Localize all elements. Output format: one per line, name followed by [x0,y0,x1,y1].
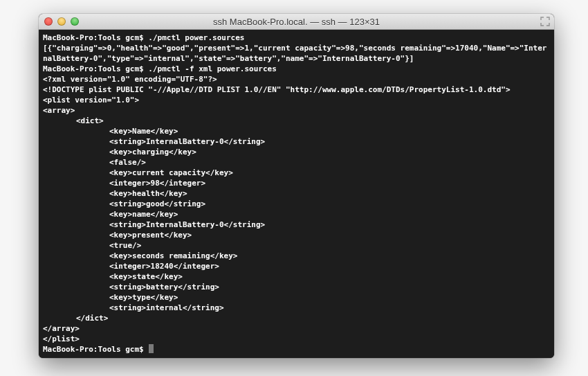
xml-plist-close: </plist> [43,334,550,344]
xml-line: <key>Name</key> [43,126,550,136]
xml-line: <key>current capacity</key> [43,168,550,178]
xml-line: <integer>98</integer> [43,178,550,188]
terminal-window: ssh MacBook-Pro.local. — ssh — 123×31 Ma… [39,14,554,358]
xml-line: <key>seconds remaining</key> [43,251,550,261]
zoom-icon[interactable] [71,17,79,26]
xml-dict-open: <dict> [43,116,550,126]
close-icon[interactable] [44,17,53,26]
xml-line: <integer>18240</integer> [43,261,550,271]
xml-decl: <?xml version="1.0" encoding="UTF-8"?> [43,74,550,84]
xml-dict-close: </dict> [43,313,550,323]
xml-line: <true/> [43,240,550,251]
xml-line: <string>good</string> [43,199,550,209]
prompt-line-1: MacBook-Pro:Tools gcm$ ./pmctl power.sou… [43,33,550,43]
xml-line: <false/> [43,157,550,168]
output-hash: [{"charging"=>0,"health"=>"good","presen… [43,43,550,64]
xml-array-open: <array> [43,105,550,116]
titlebar[interactable]: ssh MacBook-Pro.local. — ssh — 123×31 [39,14,554,30]
xml-body: <key>Name</key><string>InternalBattery-0… [43,126,550,313]
xml-line: <string>battery</string> [43,282,550,292]
command-2: ./pmctl -f xml power.sources [148,64,276,74]
xml-line: <key>present</key> [43,230,550,240]
xml-line: <string>internal</string> [43,303,550,313]
prompt: MacBook-Pro:Tools gcm$ [43,64,148,74]
terminal-body[interactable]: MacBook-Pro:Tools gcm$ ./pmctl power.sou… [39,30,554,358]
xml-array-close: </array> [43,323,550,334]
xml-line: <string>InternalBattery-0</string> [43,136,550,147]
prompt-line-2: MacBook-Pro:Tools gcm$ ./pmctl -f xml po… [43,64,550,74]
xml-line: <string>InternalBattery-0</string> [43,220,550,230]
command-1: ./pmctl power.sources [148,33,244,43]
xml-plist-open: <plist version="1.0"> [43,95,550,105]
minimize-icon[interactable] [57,17,66,26]
xml-doctype: <!DOCTYPE plist PUBLIC "-//Apple//DTD PL… [43,84,550,95]
xml-line: <key>name</key> [43,209,550,220]
traffic-lights [39,17,79,26]
xml-line: <key>health</key> [43,188,550,199]
xml-line: <key>charging</key> [43,147,550,157]
prompt-line-3[interactable]: MacBook-Pro:Tools gcm$ [43,344,550,355]
xml-line: <key>state</key> [43,271,550,282]
fullscreen-icon[interactable] [540,17,550,26]
xml-line: <key>type</key> [43,292,550,303]
prompt: MacBook-Pro:Tools gcm$ [43,33,148,43]
window-title: ssh MacBook-Pro.local. — ssh — 123×31 [39,17,554,27]
cursor [149,344,154,353]
prompt: MacBook-Pro:Tools gcm$ [43,344,148,355]
